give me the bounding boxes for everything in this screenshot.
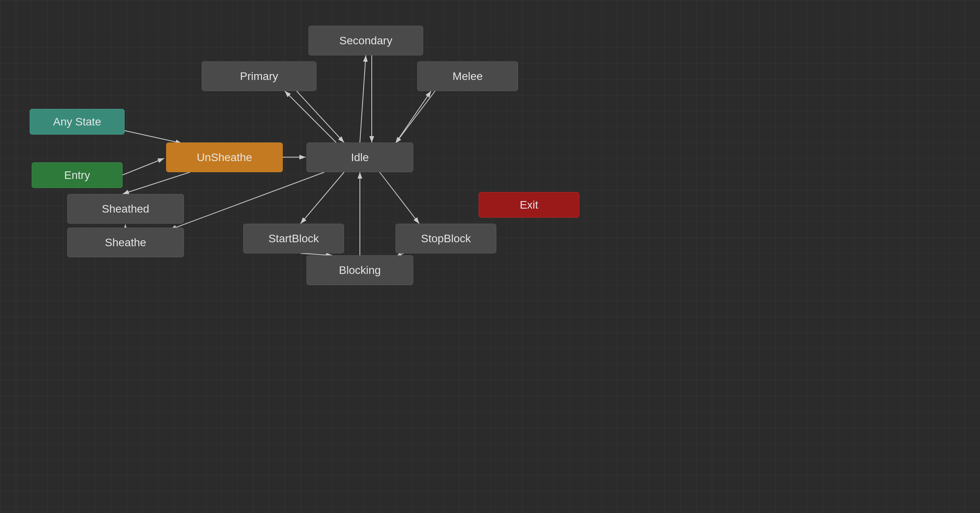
idle-node[interactable]: Idle xyxy=(306,142,413,172)
melee-node[interactable]: Melee xyxy=(417,61,518,91)
any-state-node[interactable]: Any State xyxy=(30,109,125,135)
stopblock-node[interactable]: StopBlock xyxy=(395,224,496,253)
svg-line-5 xyxy=(123,172,190,194)
primary-node[interactable]: Primary xyxy=(202,61,316,91)
sheathe-node[interactable]: Sheathe xyxy=(67,228,184,257)
exit-node[interactable]: Exit xyxy=(479,192,579,218)
svg-line-15 xyxy=(170,172,324,230)
svg-line-8 xyxy=(297,91,344,142)
svg-line-9 xyxy=(360,55,366,142)
svg-line-2 xyxy=(123,158,164,175)
sheathed-node[interactable]: Sheathed xyxy=(67,194,184,224)
svg-line-14 xyxy=(380,172,419,224)
startblock-node[interactable]: StartBlock xyxy=(243,224,344,253)
svg-line-13 xyxy=(301,172,344,224)
entry-node[interactable]: Entry xyxy=(32,162,123,188)
secondary-node[interactable]: Secondary xyxy=(308,26,423,55)
blocking-node[interactable]: Blocking xyxy=(306,255,413,285)
svg-line-7 xyxy=(285,91,336,142)
unsheathe-node[interactable]: UnSheathe xyxy=(166,142,283,172)
svg-line-11 xyxy=(395,91,431,143)
svg-line-12 xyxy=(395,91,435,143)
